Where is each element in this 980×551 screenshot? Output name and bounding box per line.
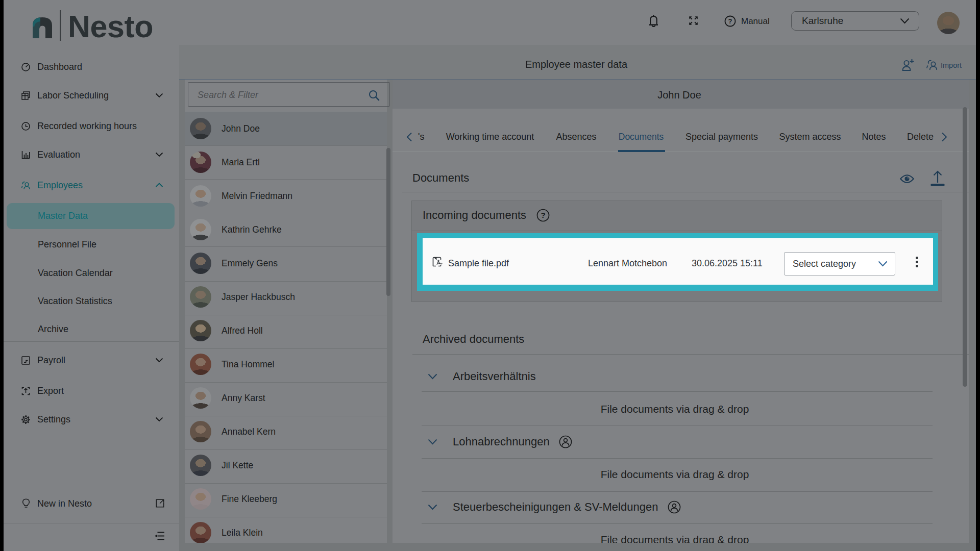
svg-text:?: ? [541,211,545,219]
svg-text:?: ? [728,17,732,25]
